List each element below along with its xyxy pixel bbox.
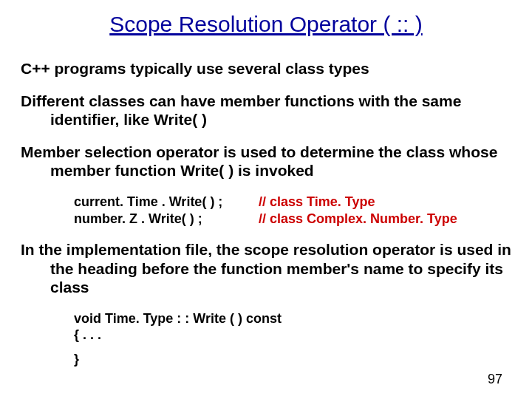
code-line: { . . . bbox=[74, 327, 511, 344]
code-comment: // class Time. Type bbox=[259, 194, 375, 211]
code-line: } bbox=[74, 351, 511, 368]
code-line: void Time. Type : : Write ( ) const bbox=[74, 310, 511, 327]
paragraph-1: C++ programs typically use several class… bbox=[21, 59, 511, 78]
code-text: current. Time . Write( ) ; bbox=[74, 194, 259, 211]
code-row: number. Z . Write( ) ; // class Complex.… bbox=[74, 211, 511, 228]
slide: Scope Resolution Operator ( :: ) C++ pro… bbox=[0, 0, 532, 399]
paragraph-3: Member selection operator is used to det… bbox=[21, 143, 511, 180]
paragraph-4: In the implementation file, the scope re… bbox=[21, 240, 511, 297]
code-block-1: current. Time . Write( ) ; // class Time… bbox=[74, 194, 511, 227]
page-number: 97 bbox=[488, 372, 502, 387]
code-text: number. Z . Write( ) ; bbox=[74, 211, 259, 228]
code-block-2: void Time. Type : : Write ( ) const { . … bbox=[74, 310, 511, 368]
paragraph-2: Different classes can have member functi… bbox=[21, 92, 511, 129]
slide-title: Scope Resolution Operator ( :: ) bbox=[21, 12, 511, 37]
slide-body: C++ programs typically use several class… bbox=[21, 59, 511, 367]
code-spacer bbox=[74, 344, 511, 351]
code-comment: // class Complex. Number. Type bbox=[259, 211, 457, 228]
code-row: current. Time . Write( ) ; // class Time… bbox=[74, 194, 511, 211]
